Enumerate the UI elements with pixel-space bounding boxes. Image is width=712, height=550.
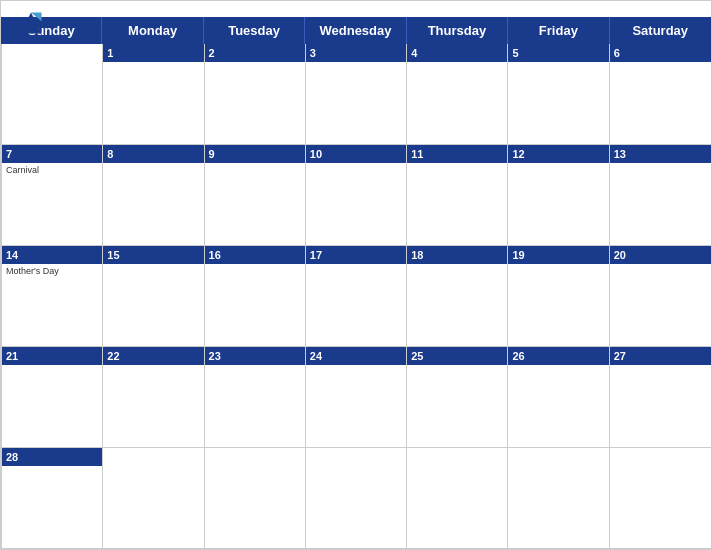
calendar-cell: 19 [508,246,609,347]
cell-day-number: 13 [610,145,711,163]
cell-day-number: 17 [306,246,406,264]
cell-day-number: 10 [306,145,406,163]
day-header-tuesday: Tuesday [204,17,305,44]
calendar-cell: 16 [205,246,306,347]
cell-day-number: 6 [610,44,711,62]
cell-day-number: 25 [407,347,507,365]
calendar-cell: 10 [306,145,407,246]
calendar-cell: 22 [103,347,204,448]
cell-day-number: 1 [103,44,203,62]
cell-day-number: 15 [103,246,203,264]
days-header: Sunday Monday Tuesday Wednesday Thursday… [1,17,711,44]
cell-event: Carnival [6,165,98,175]
calendar-grid: 1234567Carnival891011121314Mother's Day1… [1,44,711,549]
day-header-thursday: Thursday [407,17,508,44]
cell-event: Mother's Day [6,266,98,276]
calendar-cell: 2 [205,44,306,145]
cell-day-number: 22 [103,347,203,365]
calendar-cell: 11 [407,145,508,246]
cell-day-number: 9 [205,145,305,163]
day-header-wednesday: Wednesday [305,17,406,44]
cell-day-number: 14 [2,246,102,264]
calendar-cell: 26 [508,347,609,448]
calendar-cell: 12 [508,145,609,246]
cell-day-number: 21 [2,347,102,365]
calendar-cell: 27 [610,347,711,448]
cell-day-number: 26 [508,347,608,365]
cell-day-number: 27 [610,347,711,365]
cell-day-number: 28 [2,448,102,466]
calendar-cell: 7Carnival [2,145,103,246]
calendar-cell: 20 [610,246,711,347]
cell-day-number: 4 [407,44,507,62]
calendar-cell [508,448,609,549]
cell-day-number: 11 [407,145,507,163]
calendar-cell [2,44,103,145]
calendar-cell [610,448,711,549]
calendar-cell [205,448,306,549]
calendar-cell: 3 [306,44,407,145]
calendar-cell: 28 [2,448,103,549]
calendar-cell: 23 [205,347,306,448]
calendar-cell: 15 [103,246,204,347]
day-header-saturday: Saturday [610,17,711,44]
calendar-cell: 24 [306,347,407,448]
calendar-cell: 9 [205,145,306,246]
calendar-cell: 4 [407,44,508,145]
calendar-cell: 8 [103,145,204,246]
cell-day-number: 12 [508,145,608,163]
calendar-container: Sunday Monday Tuesday Wednesday Thursday… [0,0,712,550]
cell-day-number: 23 [205,347,305,365]
calendar-cell: 6 [610,44,711,145]
calendar-cell [407,448,508,549]
day-header-monday: Monday [102,17,203,44]
cell-day-number: 2 [205,44,305,62]
calendar-cell: 5 [508,44,609,145]
calendar-cell [103,448,204,549]
calendar-cell: 1 [103,44,204,145]
calendar-header [1,1,711,17]
cell-day-number: 16 [205,246,305,264]
calendar-cell: 21 [2,347,103,448]
calendar-cell: 25 [407,347,508,448]
logo [17,9,49,37]
cell-day-number: 3 [306,44,406,62]
cell-day-number: 5 [508,44,608,62]
day-header-friday: Friday [508,17,609,44]
cell-day-number: 24 [306,347,406,365]
cell-day-number: 18 [407,246,507,264]
calendar-cell: 18 [407,246,508,347]
calendar-cell [306,448,407,549]
cell-day-number: 20 [610,246,711,264]
calendar-cell: 17 [306,246,407,347]
cell-day-number: 8 [103,145,203,163]
logo-icon [17,9,45,37]
calendar-cell: 13 [610,145,711,246]
calendar-cell: 14Mother's Day [2,246,103,347]
cell-day-number: 19 [508,246,608,264]
cell-day-number: 7 [2,145,102,163]
